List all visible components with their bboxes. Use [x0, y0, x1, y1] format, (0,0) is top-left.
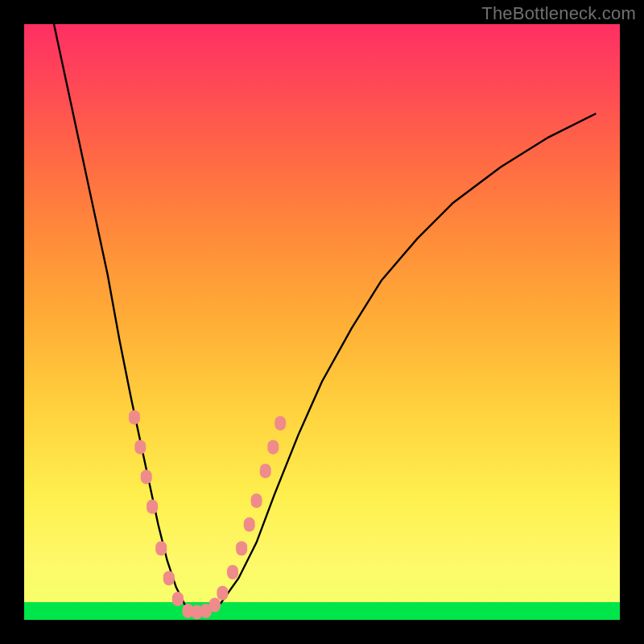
curve-markers — [129, 410, 286, 619]
curve-marker — [260, 464, 271, 478]
curve-marker — [134, 440, 146, 454]
curve-marker — [209, 598, 221, 613]
curve-marker — [172, 592, 184, 606]
curve-marker — [275, 416, 286, 431]
curve-layer — [24, 24, 620, 620]
curve-marker — [141, 469, 152, 484]
curve-marker — [147, 499, 158, 514]
curve-marker — [163, 571, 175, 585]
curve-marker — [155, 541, 167, 555]
bottleneck-curve — [54, 24, 596, 613]
curve-marker — [267, 440, 279, 454]
curve-marker — [251, 493, 262, 508]
curve-marker — [244, 518, 255, 532]
curve-marker — [227, 565, 238, 580]
chart-frame: TheBottleneck.com — [0, 0, 644, 644]
curve-marker — [129, 410, 140, 424]
curve-marker — [236, 541, 247, 555]
watermark-text: TheBottleneck.com — [481, 3, 636, 24]
plot-area — [24, 24, 620, 620]
curve-marker — [217, 586, 228, 601]
